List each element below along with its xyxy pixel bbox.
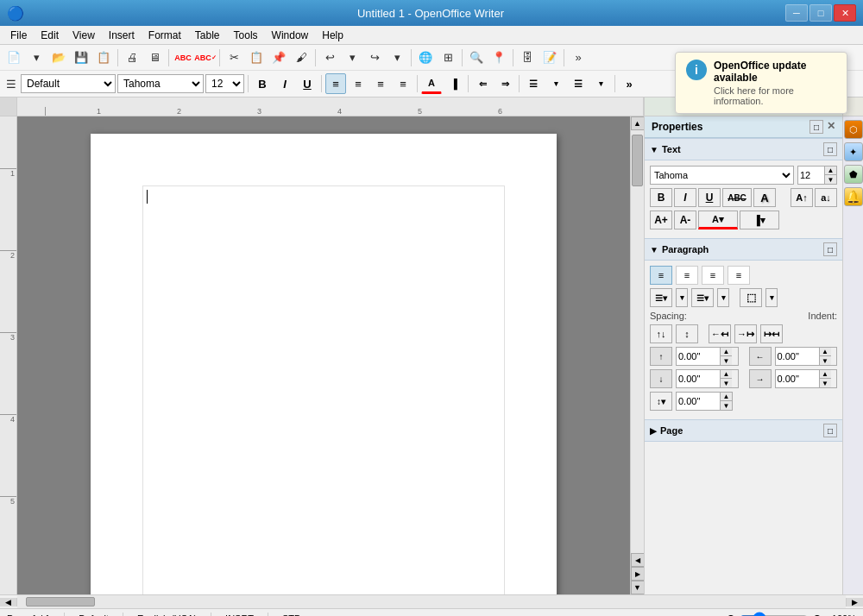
extension-icon-2[interactable]: ✦ [844, 142, 863, 161]
props-italic-button[interactable]: I [674, 188, 696, 207]
props-list-button[interactable]: ☰▾ [650, 288, 672, 307]
menu-tools[interactable]: Tools [227, 28, 265, 43]
align-left-props-button[interactable]: ≡ [650, 266, 672, 285]
text-section-header[interactable]: ▼ Text □ [645, 138, 842, 160]
spacing-below-up[interactable]: ▲ [720, 370, 732, 379]
props-numlist-dropdown[interactable]: ▾ [717, 288, 729, 307]
zoom-slider[interactable] [740, 612, 809, 617]
align-right-button[interactable]: ≡ [370, 73, 391, 94]
indent-right-icon[interactable]: →↦ [734, 324, 757, 343]
document-area[interactable] [17, 116, 630, 594]
indent-after-down[interactable]: ▼ [819, 379, 831, 387]
spacing-above-input[interactable] [677, 348, 720, 365]
hyperlink-button[interactable]: 🌐 [415, 47, 436, 68]
print-button[interactable]: 🖨 [122, 47, 142, 68]
align-left-button[interactable]: ≡ [325, 73, 346, 94]
print-preview-button[interactable]: 🖥 [144, 47, 165, 68]
extension-icon-3[interactable]: ⬟ [844, 165, 863, 184]
more-fmt-button[interactable]: » [619, 73, 639, 94]
update-notification[interactable]: i OpenOffice update available Click here… [675, 52, 847, 114]
props-indent-dropdown[interactable]: ▾ [765, 288, 778, 307]
line-spacing-up[interactable]: ▲ [720, 393, 732, 401]
close-button[interactable]: ✕ [834, 4, 856, 22]
props-font-dropdown[interactable]: Tahoma [650, 166, 794, 185]
scroll-down-button[interactable]: ▼ [631, 581, 645, 594]
align-center-button[interactable]: ≡ [348, 73, 369, 94]
page-content[interactable] [142, 185, 505, 594]
scroll-thumb[interactable] [632, 135, 643, 186]
zoom-in-icon[interactable]: ⊕ [812, 612, 822, 617]
paragraph-section-icon[interactable]: □ [823, 242, 837, 256]
props-uppercase-button[interactable]: A↑ [791, 188, 813, 207]
spell-auto-button[interactable]: ABC✓ [195, 47, 216, 68]
props-numlist-button[interactable]: ☰▾ [691, 288, 714, 307]
props-increase-size-button[interactable]: A+ [650, 211, 672, 229]
scroll-up-button[interactable]: ▲ [631, 116, 645, 130]
props-lowercase-button[interactable]: a↓ [815, 188, 837, 207]
menu-help[interactable]: Help [315, 28, 350, 43]
line-spacing-btn[interactable]: ↕▾ [650, 392, 672, 411]
line-spacing-down[interactable]: ▼ [720, 401, 732, 410]
menu-format[interactable]: Format [142, 28, 188, 43]
redo-button[interactable]: ↪ [364, 47, 385, 68]
find-button[interactable]: 🔍 [466, 47, 487, 68]
indent-first-icon[interactable]: ↦↤ [760, 324, 783, 343]
bold-button[interactable]: B [252, 73, 273, 94]
scroll-prev-page-button[interactable]: ◀ [631, 553, 645, 567]
spacing-above-down[interactable]: ▼ [720, 356, 732, 365]
props-font-color-button[interactable]: A▾ [698, 211, 738, 229]
new-dropdown-button[interactable]: ▾ [26, 47, 47, 68]
update-subtitle[interactable]: Click here for more information. [714, 85, 836, 106]
hscroll-left-button[interactable]: ◀ [0, 598, 17, 607]
props-strikethrough-button[interactable]: ABC [722, 188, 752, 207]
spacing-below-icon[interactable]: ↕ [676, 324, 698, 343]
navigator-button[interactable]: 📍 [488, 47, 509, 68]
hscroll-thumb[interactable] [26, 597, 95, 607]
zoom-out-icon[interactable]: ⊖ [726, 612, 736, 617]
size-dropdown[interactable]: 12 [205, 74, 244, 93]
format-paint-button[interactable]: 🖌 [291, 47, 312, 68]
extension-icon-1[interactable]: ⬡ [844, 120, 863, 139]
document-page[interactable] [91, 134, 557, 594]
props-underline-button[interactable]: U [698, 188, 721, 207]
indent-before-down[interactable]: ▼ [819, 356, 831, 365]
undo-list-button[interactable]: ▾ [342, 47, 362, 68]
font-dropdown[interactable]: Tahoma [117, 74, 204, 93]
props-decrease-size-button[interactable]: A- [674, 211, 696, 229]
text-section-icon[interactable]: □ [823, 142, 837, 156]
align-right-props-button[interactable]: ≡ [702, 266, 724, 285]
align-justify-button[interactable]: ≡ [393, 73, 413, 94]
hscroll-right-button[interactable]: ▶ [846, 598, 863, 607]
spacing-above-icon[interactable]: ↑↓ [650, 324, 672, 343]
menu-table[interactable]: Table [188, 28, 227, 43]
italic-button[interactable]: I [274, 73, 295, 94]
table-button[interactable]: ⊞ [438, 47, 458, 68]
paste-button[interactable]: 📌 [268, 47, 289, 68]
list-bullet-dropdown[interactable]: ▾ [545, 73, 566, 94]
props-list-dropdown[interactable]: ▾ [676, 288, 688, 307]
page-section-icon[interactable]: □ [823, 424, 837, 437]
zoom-level[interactable]: 100% [826, 613, 856, 617]
highlight-button[interactable]: ▐ [444, 73, 464, 94]
indent-after-up[interactable]: ▲ [819, 370, 831, 379]
text-color-button[interactable]: A [421, 73, 442, 94]
datasource-button[interactable]: 🗄 [517, 47, 538, 68]
indent-before-up[interactable]: ▲ [819, 348, 831, 356]
props-indent-button[interactable]: ⬚ [740, 288, 762, 307]
ltr-button[interactable]: ⇒ [494, 73, 515, 94]
insert-mode[interactable]: INSRT [225, 613, 254, 617]
new-button[interactable]: 📄 [3, 47, 24, 68]
rtl-button[interactable]: ⇐ [472, 73, 493, 94]
paragraph-section-header[interactable]: ▼ Paragraph □ [645, 238, 842, 261]
pdf-button[interactable]: 📋 [93, 47, 114, 68]
underline-button[interactable]: U [297, 73, 318, 94]
style-dropdown[interactable]: Default [21, 74, 116, 93]
props-size-up[interactable]: ▲ [824, 167, 836, 175]
props-shadow-button[interactable]: A [753, 188, 776, 207]
form-button[interactable]: 📝 [539, 47, 560, 68]
menu-file[interactable]: File [3, 28, 34, 43]
menu-insert[interactable]: Insert [102, 28, 142, 43]
menu-window[interactable]: Window [265, 28, 316, 43]
menu-edit[interactable]: Edit [34, 28, 66, 43]
hscroll-track[interactable] [17, 595, 846, 608]
